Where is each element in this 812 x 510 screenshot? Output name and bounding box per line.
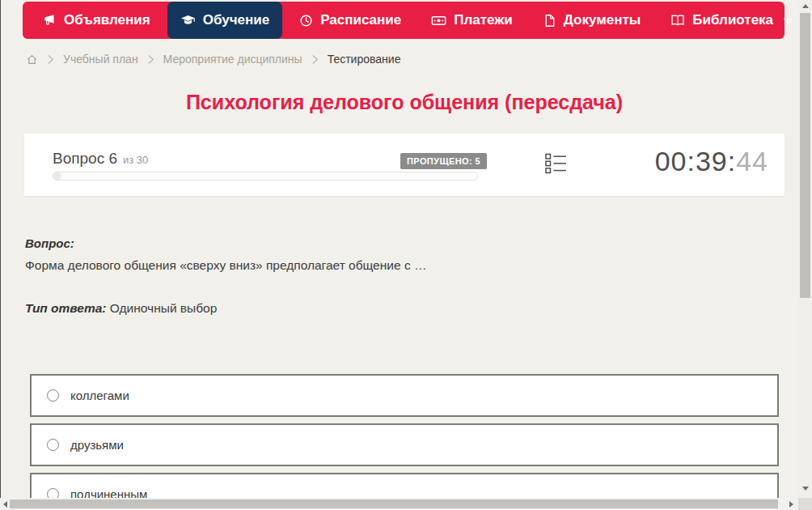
breadcrumb: Учебный планМероприятие дисциплиныТестир… <box>26 50 400 68</box>
radio-button[interactable] <box>47 389 59 402</box>
skipped-badge: ПРОПУЩЕНО: 5 <box>400 153 487 169</box>
page-title: Психология делового общения (пересдача) <box>0 91 809 114</box>
nav-item-payments[interactable]: Платежи <box>418 2 526 39</box>
graduation-cap-icon <box>180 13 196 28</box>
question-total: из 30 <box>123 154 148 166</box>
horizontal-scrollbar[interactable] <box>0 498 798 510</box>
breadcrumb-chevron-icon <box>311 54 319 65</box>
answer-option-1[interactable]: коллегами <box>30 374 779 417</box>
answer-type-label: Тип ответа: <box>25 301 107 315</box>
home-icon[interactable] <box>26 53 38 66</box>
timer: 00:39:44 <box>655 146 768 177</box>
question-list-button[interactable] <box>545 153 567 178</box>
answer-options: коллегамидрузьямиподчиненным <box>30 374 779 510</box>
nav-item-schedule[interactable]: Расписание <box>286 2 414 39</box>
nav-item-label: Платежи <box>454 12 513 28</box>
browser-viewport: ОбъявленияОбучениеРасписаниеПлатежиДокум… <box>0 0 812 510</box>
timer-main: 00:39: <box>655 146 737 176</box>
megaphone-icon <box>42 13 57 28</box>
question-progress-header: Вопрос 6 из 30 <box>53 150 148 168</box>
scroll-left-arrow-icon[interactable] <box>0 498 10 510</box>
answer-option-2[interactable]: друзьями <box>30 423 779 466</box>
vertical-scrollbar[interactable] <box>798 0 812 498</box>
answer-option-label: друзьями <box>70 438 124 452</box>
question-block: Вопрос: Форма делового общения «сверху в… <box>25 236 753 316</box>
answer-option-label: коллегами <box>70 389 129 402</box>
question-number: Вопрос 6 <box>53 150 117 168</box>
question-list-icon <box>545 164 567 177</box>
document-icon <box>543 14 556 28</box>
breadcrumb-chevron-icon <box>47 54 54 65</box>
nav-item-documents[interactable]: Документы <box>530 2 654 39</box>
progress-fill <box>53 172 61 180</box>
question-text: Форма делового общения «сверху вниз» пре… <box>25 258 753 273</box>
horizontal-scrollbar-thumb[interactable] <box>10 499 778 508</box>
nav-item-label: Библиотека <box>692 12 773 28</box>
book-icon <box>670 13 685 28</box>
nav-item-learning[interactable]: Обучение <box>167 2 282 39</box>
timer-seconds: 44 <box>736 146 768 176</box>
clock-icon <box>299 14 313 28</box>
answer-type-value: Одиночный выбор <box>110 301 218 315</box>
nav-item-library[interactable]: Библиотека <box>658 2 806 39</box>
nav-item-announcements[interactable]: Объявления <box>29 2 163 39</box>
vertical-scrollbar-thumb[interactable] <box>800 13 810 298</box>
progress-bar <box>53 172 478 181</box>
radio-button[interactable] <box>47 439 59 451</box>
answer-type-row: Тип ответа: Одиночный выбор <box>25 301 753 316</box>
question-card: Вопрос 6 из 30 ПРОПУЩЕНО: 5 00:39:44 <box>24 134 785 196</box>
breadcrumb-item[interactable]: Учебный план <box>63 53 138 66</box>
window-left-border <box>0 0 1 498</box>
nav-item-label: Расписание <box>320 12 401 28</box>
nav-item-label: Объявления <box>64 12 150 28</box>
breadcrumb-chevron-icon <box>147 54 154 65</box>
scroll-right-arrow-icon[interactable] <box>786 498 796 510</box>
breadcrumb-item: Тестирование <box>328 53 401 66</box>
nav-item-label: Обучение <box>203 12 269 28</box>
nav-item-label: Документы <box>564 12 641 28</box>
scrollbar-corner <box>798 498 812 510</box>
scroll-down-arrow-icon[interactable] <box>798 482 812 494</box>
chevron-down-icon <box>783 15 793 26</box>
main-nav: ОбъявленияОбучениеРасписаниеПлатежиДокум… <box>23 2 785 39</box>
breadcrumb-item[interactable]: Мероприятие дисциплины <box>163 53 302 66</box>
banknote-icon <box>431 13 446 28</box>
question-label: Вопрос: <box>25 236 753 250</box>
scroll-up-arrow-icon[interactable] <box>798 0 812 11</box>
